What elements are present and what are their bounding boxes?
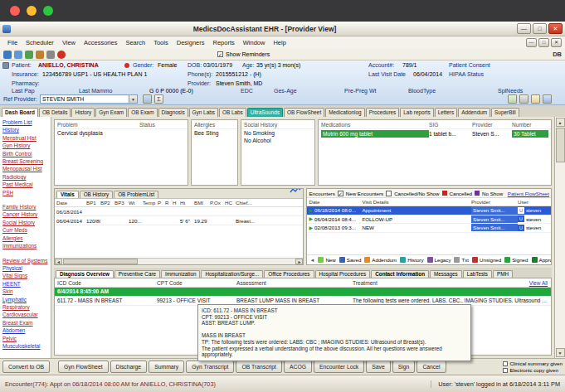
sidebar-item-history[interactable]: History <box>2 126 50 133</box>
txt-button[interactable]: Txt <box>454 257 469 263</box>
minimize-button[interactable]: — <box>517 23 531 34</box>
vitals-row[interactable]: 06/18/2014 <box>55 207 303 216</box>
tab-hospitalization-surgery[interactable]: Hospitalization/Surge... <box>201 270 263 278</box>
menu-tools[interactable]: Tools <box>149 39 173 46</box>
menu-designers[interactable]: Designers <box>173 39 209 46</box>
sidebar-item-physical[interactable]: Physical <box>2 264 50 272</box>
sidebar-item-past-medical[interactable]: Past Medical <box>2 181 50 188</box>
sidebar-item-menopausal-hist[interactable]: Menopausal Hist <box>2 165 50 172</box>
sidebar-item-radiology[interactable]: Radiology <box>2 173 50 181</box>
cancel-button[interactable]: Cancel <box>416 361 446 373</box>
mdi-restore-button[interactable]: □ <box>538 38 549 47</box>
tab-pmh[interactable]: PMH <box>493 270 513 278</box>
sidebar-item-birth-control[interactable]: Birth Control <box>2 150 50 157</box>
addendum-button[interactable]: Addendum <box>364 257 397 263</box>
electronic-copy-toggle[interactable]: Electronic copy given <box>503 367 563 373</box>
discharge-button[interactable]: Discharge <box>110 361 148 373</box>
graph-icon[interactable] <box>543 94 552 104</box>
tab-history[interactable]: History <box>71 108 95 117</box>
menu-view[interactable]: View <box>58 39 80 46</box>
vitals-graph-icon[interactable] <box>290 188 301 197</box>
sidebar-item-musculoskeletal[interactable]: Musculoskeletal <box>2 342 50 350</box>
tab-superbill[interactable]: SuperBill <box>491 108 519 117</box>
tab-ultrasounds[interactable]: UltraSounds <box>247 108 283 117</box>
medication-row[interactable]: Motrin 600 mg tablet 1 tablet b... Steve… <box>319 129 551 138</box>
allergy-row[interactable]: Bee Sting <box>192 129 237 137</box>
problem-row[interactable]: Cervical dysplasia <box>55 129 188 137</box>
dropdown-arrow-icon[interactable]: ▼ <box>129 95 137 103</box>
patient-lookup-icon[interactable] <box>3 51 12 59</box>
tab-vitals[interactable]: Vitals <box>56 191 79 198</box>
acog-button[interactable]: ACOG <box>284 361 312 373</box>
tab-ob-history[interactable]: OB History <box>80 191 113 198</box>
mdi-close-button[interactable]: ✕ <box>551 38 562 47</box>
print-icon[interactable] <box>46 51 55 59</box>
tab-ob-problemlist[interactable]: OB ProblemList <box>114 191 158 198</box>
tab-diagnosis[interactable]: Diagnosis <box>158 108 188 117</box>
envelope-icon[interactable] <box>531 94 540 104</box>
sidebar-item-psh[interactable]: PSH <box>2 189 50 196</box>
tab-letters[interactable]: Letters <box>435 108 458 117</box>
ref-provider-select[interactable]: STEVEN SMITH ▼ <box>40 94 138 104</box>
scroll-up-icon[interactable]: ▲ <box>556 118 565 127</box>
signed-button[interactable]: Signed <box>504 257 528 263</box>
menu-help[interactable]: Help <box>269 39 290 46</box>
tab-addendum[interactable]: Addendum <box>458 108 490 117</box>
tab-messages[interactable]: Messages <box>430 270 462 278</box>
ob-transcript-button[interactable]: OB Transcript <box>236 361 282 373</box>
encounter-lock-button[interactable]: Encounter Lock <box>314 361 364 373</box>
mdi-minimize-button[interactable]: — <box>526 38 537 47</box>
tab-diagnosis-overview[interactable]: Diagnosis Overview <box>56 270 114 278</box>
sidebar-item-pelvic[interactable]: Pelvic <box>2 335 50 342</box>
sum-icon[interactable]: Σ <box>154 94 163 104</box>
sidebar-item-respiratory[interactable]: Respiratory <box>2 303 50 311</box>
convert-to-ob-button[interactable]: Convert to OB <box>2 361 50 373</box>
social-row[interactable]: No Smoking <box>241 129 314 137</box>
social-row[interactable]: No Alcohol <box>241 137 314 144</box>
vitals-row[interactable]: 06/04/2014 120/80 120... 5' 6" 19.29 <box>55 216 303 225</box>
gyn-transcript-button[interactable]: Gyn Transcript <box>186 361 234 373</box>
menu-file[interactable]: File <box>3 39 22 46</box>
sidebar-item-immunizations[interactable]: Immunizations <box>2 242 50 249</box>
mac-zoom-button[interactable] <box>43 6 53 16</box>
view-all-link[interactable]: View All <box>529 280 548 286</box>
patient-flowsheet-link[interactable]: Patient FlowSheet <box>508 191 549 196</box>
scroll-down-icon[interactable]: ▼ <box>556 348 565 357</box>
maximize-button[interactable]: □ <box>533 23 547 34</box>
tab-gyn-labs[interactable]: Gyn Labs <box>189 108 218 117</box>
grid-icon[interactable] <box>143 94 152 104</box>
clinical-summary-checkbox[interactable] <box>503 361 508 366</box>
encounter-row[interactable]: ▶02/08/2013 09:3... NEW Steven Smit... U… <box>307 224 551 233</box>
sidebar-item-problem-list[interactable]: Problem List <box>2 119 50 126</box>
scrollbar-thumb[interactable] <box>556 128 565 162</box>
sidebar-item-abdomen[interactable]: Abdomen <box>2 327 50 334</box>
tab-ob-labs[interactable]: OB Labs <box>219 108 246 117</box>
unsigned-button[interactable]: Unsigned <box>472 257 501 263</box>
encounter-row[interactable]: ▶06/04/2014 08:4... FOLLOW-UP Steven Smi… <box>307 215 551 225</box>
menu-reports[interactable]: Reports <box>208 39 238 46</box>
sidebar-item-family-history[interactable]: Family History <box>2 203 50 211</box>
sidebar-item-cardiovascular[interactable]: Cardiovascular <box>2 311 50 318</box>
hipaa-status-link[interactable]: HIPAA Status <box>449 71 484 77</box>
show-reminders-checkbox[interactable]: ✓ <box>217 51 223 57</box>
gyn-flowsheet-button[interactable]: Gyn FlowSheet <box>58 361 108 373</box>
close-button[interactable]: ✕ <box>548 23 563 34</box>
patient-photo-icon[interactable] <box>2 62 9 69</box>
legacy-button[interactable]: Legacy <box>427 257 451 263</box>
scroll-left-icon[interactable]: ◄ <box>55 259 62 264</box>
tab-lab-reports[interactable]: Lab reports <box>400 108 433 117</box>
horizontal-scrollbar[interactable]: ◄ ► <box>55 258 303 264</box>
sidebar-item-breast-screening[interactable]: Breast Screening <box>2 157 50 165</box>
sidebar-item-curr-meds[interactable]: Curr Meds <box>2 226 50 234</box>
calculator-icon[interactable] <box>508 94 517 104</box>
mac-minimize-button[interactable] <box>27 6 37 16</box>
sidebar-item-review-of-systems[interactable]: Review of Systems <box>2 257 50 264</box>
sidebar-item-gyn-history[interactable]: Gyn History <box>2 142 50 149</box>
tab-office-procedures[interactable]: Office Procedures <box>264 270 314 278</box>
sidebar-item-lymphatic[interactable]: Lymphatic <box>2 296 50 303</box>
alert-icon[interactable] <box>57 51 66 59</box>
sign-button[interactable]: Sign <box>392 361 416 373</box>
saved-button[interactable]: Saved <box>339 257 362 263</box>
scrollbar-thumb[interactable] <box>63 259 138 264</box>
menu-scheduler[interactable]: Scheduler <box>22 39 58 46</box>
